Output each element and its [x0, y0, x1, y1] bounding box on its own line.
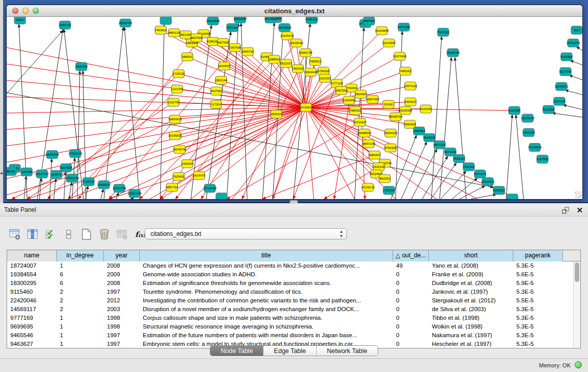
- delete-column-button[interactable]: [98, 228, 111, 241]
- graph-node[interactable]: [216, 193, 227, 199]
- table-cell[interactable]: 2: [57, 288, 104, 296]
- table-row[interactable]: 911546021997Tourette syndrome. Phenomeno…: [7, 288, 580, 296]
- table-cell[interactable]: 1: [57, 322, 104, 331]
- table-cell[interactable]: Investigating the contribution of common…: [140, 296, 393, 305]
- table-cell[interactable]: 2008: [104, 279, 140, 288]
- table-cell[interactable]: 19384554: [7, 270, 57, 279]
- column-header-out_de[interactable]: △ out_de...: [393, 250, 429, 261]
- table-select-dropdown[interactable]: citations_edges.txt ▲▼: [145, 228, 347, 239]
- table-cell[interactable]: Disruption of a novel member of a sodium…: [140, 305, 393, 314]
- window-resize-grip[interactable]: [575, 191, 582, 199]
- column-header-pagerank[interactable]: pagerank: [513, 250, 563, 261]
- table-cell[interactable]: 9115460: [7, 288, 57, 296]
- table-cell[interactable]: 0: [393, 305, 429, 314]
- graph-node[interactable]: [160, 17, 171, 25]
- table-cell[interactable]: 0: [393, 322, 429, 331]
- show-columns-button[interactable]: [26, 228, 39, 241]
- table-row[interactable]: 977716911998Corpus callosum shape and si…: [7, 314, 580, 322]
- table-row[interactable]: 946554611997Estimation of the future num…: [7, 331, 580, 340]
- table-cell[interactable]: 0: [393, 288, 429, 296]
- table-cell[interactable]: 0: [393, 331, 429, 340]
- column-header-title[interactable]: title: [140, 250, 393, 261]
- table-cell[interactable]: 5.3E-5: [513, 261, 563, 270]
- table-row[interactable]: 2242004622012Investigating the contribut…: [7, 296, 580, 305]
- table-cell[interactable]: 14569117: [7, 305, 57, 314]
- table-cell[interactable]: Changes of HCN gene expression and I(f) …: [140, 261, 393, 270]
- window-titlebar[interactable]: citations_edges.txt: [7, 5, 582, 17]
- table-row[interactable]: 1872400712008Changes of HCN gene express…: [7, 261, 580, 270]
- table-cell[interactable]: 5.5E-5: [513, 296, 563, 305]
- table-cell[interactable]: Jankovic et al. (1997): [429, 288, 513, 296]
- table-settings-button[interactable]: [8, 228, 21, 241]
- table-cell[interactable]: Wolkin et al. (1998): [429, 322, 513, 331]
- table-cell[interactable]: Stergiakouli et al. (2012): [429, 296, 513, 305]
- table-cell[interactable]: 2009: [104, 270, 140, 279]
- table-cell[interactable]: 5.3E-5: [513, 288, 563, 296]
- table-cell[interactable]: 1: [57, 331, 104, 340]
- delete-table-button[interactable]: [116, 228, 129, 241]
- table-row[interactable]: 1830029562008Estimation of significance …: [7, 279, 580, 288]
- table-cell[interactable]: 0: [393, 314, 429, 322]
- tab-edge-table[interactable]: Edge Table: [264, 346, 316, 356]
- column-header-name[interactable]: name: [7, 250, 57, 261]
- table-cell[interactable]: 5.3E-5: [513, 322, 563, 331]
- table-cell[interactable]: de Silva et al. (2003): [429, 305, 513, 314]
- table-cell[interactable]: 5.6E-5: [513, 270, 563, 279]
- table-cell[interactable]: 2008: [104, 261, 140, 270]
- table-cell[interactable]: 49: [393, 261, 429, 270]
- table-cell[interactable]: 2012: [104, 296, 140, 305]
- table-row[interactable]: 969969511998Structural magnetic resonanc…: [7, 322, 580, 331]
- table-cell[interactable]: 18724007: [7, 261, 57, 270]
- table-cell[interactable]: 22420046: [7, 296, 57, 305]
- panel-collapse-arrow-icon[interactable]: ◂: [0, 171, 3, 176]
- row-options-button[interactable]: [62, 228, 75, 241]
- table-cell[interactable]: 1: [57, 314, 104, 322]
- table-scrollbar[interactable]: [573, 261, 580, 348]
- scrollbar-thumb[interactable]: [575, 262, 579, 282]
- minimize-window-icon[interactable]: [23, 8, 29, 14]
- table-cell[interactable]: Genome-wide association studies in ADHD.: [140, 270, 393, 279]
- table-cell[interactable]: 5.9E-5: [513, 279, 563, 288]
- table-cell[interactable]: 1997: [104, 331, 140, 340]
- table-cell[interactable]: 5.3E-5: [513, 305, 563, 314]
- zoom-window-icon[interactable]: [33, 8, 39, 14]
- close-window-icon[interactable]: [12, 8, 18, 14]
- table-cell[interactable]: 1: [57, 261, 104, 270]
- float-panel-icon[interactable]: [561, 206, 570, 214]
- graph-node[interactable]: [507, 194, 518, 199]
- table-cell[interactable]: 0: [393, 270, 429, 279]
- table-cell[interactable]: 2: [57, 305, 104, 314]
- table-cell[interactable]: 5.3E-5: [513, 314, 563, 322]
- column-header-in_degree[interactable]: in_degree: [57, 250, 104, 261]
- table-cell[interactable]: 6: [57, 270, 104, 279]
- table-cell[interactable]: Estimation of significance thresholds fo…: [140, 279, 393, 288]
- table-cell[interactable]: Estimation of the future numbers of pati…: [140, 331, 393, 340]
- close-panel-icon[interactable]: ✕: [576, 205, 583, 215]
- table-cell[interactable]: Tibbo et al. (1998): [429, 314, 513, 322]
- split-pane-handle[interactable]: [290, 200, 298, 203]
- table-cell[interactable]: Corpus callosum shape and size in male p…: [140, 314, 393, 322]
- table-cell[interactable]: 6: [57, 279, 104, 288]
- select-columns-button[interactable]: [44, 228, 57, 241]
- table-cell[interactable]: Dudbridge et al. (2008): [429, 279, 513, 288]
- network-view-window[interactable]: citations_edges.txt 18724007183002943557…: [6, 5, 583, 200]
- network-canvas[interactable]: 1872400718300294355743557242069140616033…: [7, 17, 582, 199]
- column-header-short[interactable]: short: [429, 250, 513, 261]
- table-cell[interactable]: Franke et al. (2009): [429, 270, 513, 279]
- table-cell[interactable]: 18300295: [7, 279, 57, 288]
- table-cell[interactable]: 0: [393, 296, 429, 305]
- column-header-year[interactable]: year: [104, 250, 140, 261]
- tab-node-table[interactable]: Node Table: [210, 346, 264, 356]
- create-column-button[interactable]: [80, 228, 93, 241]
- table-cell[interactable]: 1997: [104, 288, 140, 296]
- table-cell[interactable]: 1998: [104, 322, 140, 331]
- table-cell[interactable]: 2003: [104, 305, 140, 314]
- memory-ok-indicator-icon[interactable]: [575, 361, 582, 368]
- table-cell[interactable]: 9465546: [7, 331, 57, 340]
- table-row[interactable]: 1456911722003Disruption of a novel membe…: [7, 305, 580, 314]
- tab-network-table[interactable]: Network Table: [317, 346, 378, 356]
- table-cell[interactable]: 0: [393, 279, 429, 288]
- table-cell[interactable]: 9699695: [7, 322, 57, 331]
- table-cell[interactable]: 2: [57, 296, 104, 305]
- table-cell[interactable]: 1998: [104, 314, 140, 322]
